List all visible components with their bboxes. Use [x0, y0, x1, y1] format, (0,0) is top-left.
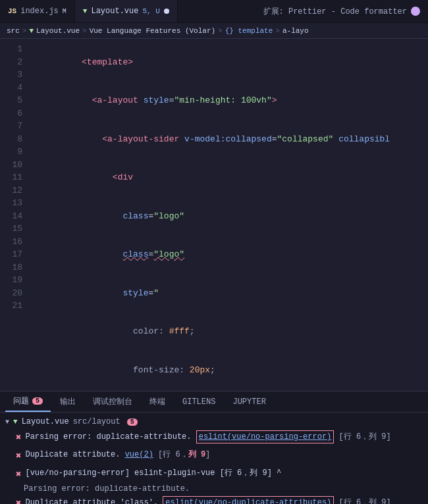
file-group-badge: 5: [127, 418, 138, 426]
breadcrumb-sep3: >: [218, 27, 223, 35]
breadcrumb: src > ▼ Layout.vue > Vue Language Featur…: [0, 23, 428, 39]
breadcrumb-layout: Layout.vue: [36, 27, 80, 35]
tab-bar: JS index.js M ▼ Layout.vue 5, U 扩展: Pret…: [0, 0, 428, 23]
vue-icon: ▼: [83, 7, 88, 15]
panel-tab-bar: 问题 5 输出 调试控制台 终端 GITLENS JUPYTER: [0, 391, 428, 413]
error-item-3-sub: Parsing error: duplicate-attribute.: [0, 484, 428, 494]
tab-index-js-modifier: M: [63, 8, 67, 15]
line-numbers: 12345 678910 1112131415 1617181920 21: [0, 39, 28, 391]
code-line-4: <div: [30, 159, 428, 197]
breadcrumb-src: src: [7, 27, 20, 35]
tab-gitlens[interactable]: GITLENS: [174, 391, 223, 412]
code-line-9: font-size: 20px;: [30, 351, 428, 390]
error-icon-4: ✖: [16, 497, 21, 504]
vue-file-icon: ▼: [13, 418, 18, 426]
error-list: ▼ ▼ Layout.vue src/layout 5 ✖ Parsing er…: [0, 413, 428, 504]
error-meta-1: [行 6，列 9]: [339, 432, 391, 441]
error-text-2: Duplicate attribute. vue(2) [行 6，列 9]: [25, 449, 423, 461]
code-line-1: <template>: [30, 43, 428, 82]
js-icon: JS: [8, 7, 16, 15]
error-item-3[interactable]: ✖ [vue/no-parsing-error] eslint-plugin-v…: [0, 465, 428, 484]
breadcrumb-sep4: >: [275, 27, 280, 35]
tab-layout-vue[interactable]: ▼ Layout.vue 5, U: [75, 0, 178, 22]
tab-terminal[interactable]: 终端: [142, 391, 173, 412]
error-link-4[interactable]: eslint(vue/no-duplicate-attributes): [163, 496, 334, 504]
error-meta-4: [行 6，列 9]: [339, 498, 391, 504]
code-line-10: height: 100px;: [30, 390, 428, 391]
file-group-header: ▼ ▼ Layout.vue src/layout 5: [0, 415, 428, 428]
extension-label: 扩展: Prettier - Code formatter: [263, 6, 407, 17]
error-text-1: Parsing error: duplicate-attribute. esli…: [25, 430, 423, 443]
error-item-1[interactable]: ✖ Parsing error: duplicate-attribute. es…: [0, 428, 428, 447]
tab-layout-vue-label: Layout.vue: [91, 7, 138, 16]
error-link-2[interactable]: vue(2): [125, 450, 153, 459]
extension-area: 扩展: Prettier - Code formatter: [255, 6, 428, 17]
chevron-icon: ▼: [5, 418, 9, 426]
tab-jupyter-label: JUPYTER: [232, 397, 265, 407]
file-group-name: Layout.vue: [22, 417, 69, 426]
tab-index-js[interactable]: JS index.js M: [0, 0, 75, 22]
problems-badge: 5: [32, 397, 43, 405]
tab-layout-vue-extra: 5, U: [142, 7, 159, 15]
breadcrumb-template: {} template: [225, 27, 273, 35]
error-item-4[interactable]: ✖ Duplicate attribute 'class'. eslint(vu…: [0, 494, 428, 504]
tab-debug-console[interactable]: 调试控制台: [85, 391, 140, 412]
code-line-6: class="logo": [30, 236, 428, 274]
error-icon-3: ✖: [16, 468, 21, 482]
error-item-2[interactable]: ✖ Duplicate attribute. vue(2) [行 6，列 9]: [0, 447, 428, 465]
code-line-8: color: #fff;: [30, 313, 428, 351]
extension-icon: [411, 7, 420, 16]
error-icon-1: ✖: [16, 431, 21, 445]
breadcrumb-layout-comp: a-layo: [282, 27, 309, 35]
error-text-4: Duplicate attribute 'class'. eslint(vue/…: [25, 496, 423, 504]
code-content: <template> <a-layout style="min-height: …: [28, 39, 428, 391]
bottom-panel: 问题 5 输出 调试控制台 终端 GITLENS JUPYTER ▼ ▼ Lay…: [0, 391, 428, 504]
tab-terminal-label: 终端: [149, 396, 165, 407]
error-col: 列 9: [188, 450, 205, 459]
error-sub-text: Parsing error: duplicate-attribute.: [24, 484, 190, 493]
code-line-2: <a-layout style="min-height: 100vh">: [30, 82, 428, 120]
tab-index-js-label: index.js: [20, 7, 59, 16]
tab-output-label: 输出: [60, 396, 76, 407]
tab-output[interactable]: 输出: [52, 391, 84, 412]
code-line-5: class="logo": [30, 197, 428, 236]
code-area: 12345 678910 1112131415 1617181920 21 <t…: [0, 39, 428, 391]
code-line-7: style=": [30, 274, 428, 313]
error-icon-2: ✖: [16, 449, 21, 463]
tab-layout-vue-dot: [164, 9, 169, 14]
tab-debug-console-label: 调试控制台: [93, 396, 132, 407]
breadcrumb-vue-icon: ▼: [29, 27, 34, 35]
tab-gitlens-label: GITLENS: [182, 397, 215, 407]
code-line-3: <a-layout-sider v-model:collapsed="colla…: [30, 120, 428, 159]
error-link-1[interactable]: eslint(vue/no-parsing-error): [196, 430, 334, 443]
tab-jupyter[interactable]: JUPYTER: [225, 391, 273, 412]
error-text-3: [vue/no-parsing-error] eslint-plugin-vue…: [25, 467, 423, 479]
tab-problems-label: 问题: [13, 395, 29, 407]
error-meta-2: [行 6，: [158, 450, 188, 459]
breadcrumb-volar: Vue Language Features (Volar): [90, 27, 215, 35]
breadcrumb-sep2: >: [82, 27, 87, 35]
file-group-path: src/layout: [73, 417, 120, 426]
breadcrumb-sep1: >: [22, 27, 27, 35]
tab-problems[interactable]: 问题 5: [5, 391, 51, 412]
